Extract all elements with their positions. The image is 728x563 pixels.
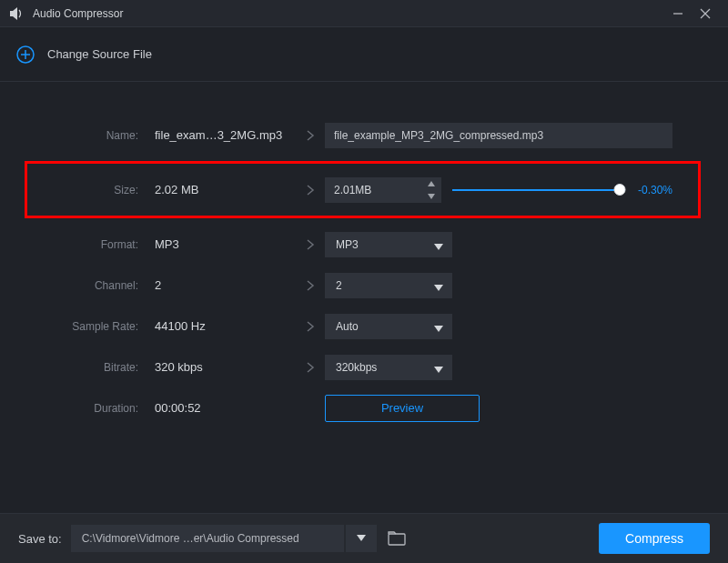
- chevron-down-icon: [434, 282, 443, 295]
- footer: Save to: C:\Vidmore\Vidmore …er\Audio Co…: [0, 513, 728, 563]
- arrow-icon: [296, 184, 325, 196]
- slider-track: [452, 189, 625, 191]
- format-source: MP3: [155, 237, 296, 251]
- sample-rate-source: 44100 Hz: [155, 319, 296, 333]
- svg-marker-8: [428, 181, 435, 186]
- duration-value: 00:00:52: [155, 401, 296, 415]
- arrow-icon: [296, 238, 325, 251]
- channel-target: 2: [336, 279, 342, 292]
- size-highlight: Size: 2.02 MB 2.01MB: [25, 161, 701, 218]
- svg-marker-1: [13, 7, 17, 20]
- svg-marker-11: [434, 285, 443, 291]
- bitrate-target: 320kbps: [336, 361, 377, 374]
- format-target: MP3: [336, 238, 359, 251]
- save-path-box[interactable]: C:\Vidmore\Vidmore …er\Audio Compressed: [71, 525, 344, 552]
- channel-source: 2: [155, 278, 296, 292]
- size-target-value: 2.01MB: [334, 184, 371, 196]
- sample-rate-target: Auto: [336, 320, 359, 333]
- open-folder-button[interactable]: [386, 528, 408, 549]
- svg-marker-9: [428, 194, 435, 199]
- change-source-label[interactable]: Change Source File: [47, 47, 152, 61]
- arrow-icon: [296, 320, 325, 333]
- add-icon[interactable]: [15, 44, 36, 65]
- compress-label: Compress: [625, 531, 683, 546]
- arrow-icon: [296, 129, 325, 142]
- chevron-down-icon: [434, 323, 443, 336]
- arrow-icon: [296, 361, 325, 374]
- minimize-button[interactable]: [664, 0, 692, 27]
- close-button[interactable]: [692, 0, 719, 27]
- slider-thumb[interactable]: [614, 184, 626, 196]
- preview-label: Preview: [381, 401, 423, 415]
- name-label: Name:: [27, 129, 155, 142]
- channel-label: Channel:: [27, 279, 155, 292]
- format-label: Format:: [27, 238, 155, 251]
- duration-label: Duration:: [27, 402, 155, 415]
- size-percent: -0.30%: [638, 184, 672, 196]
- size-label: Size:: [27, 184, 155, 196]
- row-channel: Channel: 2 2: [27, 265, 701, 306]
- bitrate-label: Bitrate:: [27, 361, 155, 374]
- save-to-label: Save to:: [18, 532, 62, 546]
- app-icon: [9, 5, 25, 22]
- name-source: file_exam…3_2MG.mp3: [155, 128, 296, 142]
- arrow-icon: [296, 279, 325, 292]
- format-dropdown[interactable]: MP3: [325, 232, 452, 257]
- row-size: Size: 2.02 MB 2.01MB: [27, 169, 693, 210]
- bitrate-source: 320 kbps: [155, 360, 296, 374]
- spinner-up[interactable]: [425, 179, 438, 188]
- chevron-down-icon: [434, 241, 443, 254]
- row-name: Name: file_exam…3_2MG.mp3: [27, 115, 701, 156]
- svg-marker-13: [434, 367, 443, 373]
- row-duration: Duration: 00:00:52 Preview: [27, 387, 701, 428]
- preview-button[interactable]: Preview: [325, 395, 480, 422]
- compress-button[interactable]: Compress: [599, 523, 710, 554]
- save-path-value: C:\Vidmore\Vidmore …er\Audio Compressed: [82, 532, 299, 545]
- sample-rate-dropdown[interactable]: Auto: [325, 314, 452, 339]
- row-sample-rate: Sample Rate: 44100 Hz Auto: [27, 306, 701, 347]
- save-path-dropdown[interactable]: [346, 525, 377, 552]
- output-name-input[interactable]: [325, 123, 672, 148]
- svg-marker-12: [434, 326, 443, 332]
- sample-rate-label: Sample Rate:: [27, 320, 155, 333]
- subheader: Change Source File: [0, 27, 728, 82]
- svg-marker-14: [357, 535, 366, 541]
- svg-rect-15: [389, 534, 405, 545]
- svg-marker-10: [434, 244, 443, 250]
- titlebar: Audio Compressor: [0, 0, 728, 27]
- app-title: Audio Compressor: [33, 7, 664, 20]
- row-format: Format: MP3 MP3: [27, 224, 701, 265]
- size-slider[interactable]: [452, 181, 625, 199]
- chevron-down-icon: [434, 364, 443, 377]
- bitrate-dropdown[interactable]: 320kbps: [325, 355, 452, 380]
- channel-dropdown[interactable]: 2: [325, 273, 452, 298]
- svg-rect-0: [10, 11, 13, 16]
- spinner-down[interactable]: [425, 192, 438, 201]
- size-target-spinner[interactable]: 2.01MB: [325, 177, 441, 203]
- size-source: 2.02 MB: [155, 183, 296, 196]
- row-bitrate: Bitrate: 320 kbps 320kbps: [27, 347, 701, 387]
